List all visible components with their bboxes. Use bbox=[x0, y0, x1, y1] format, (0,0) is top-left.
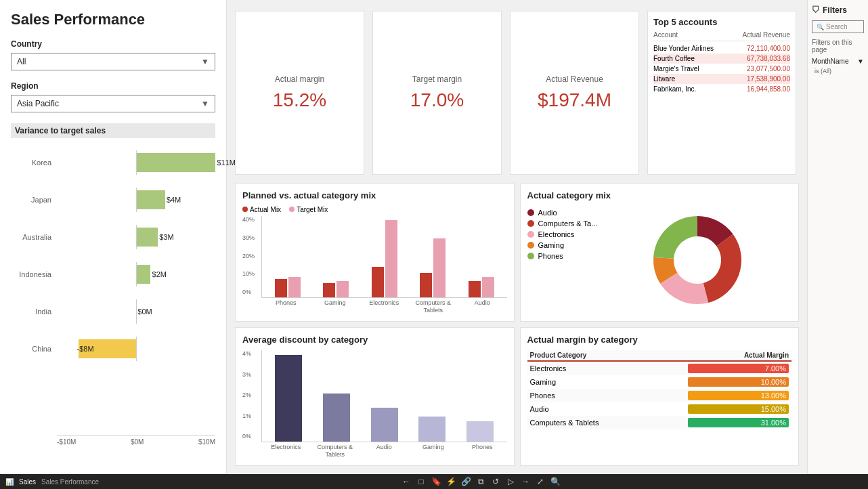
bar-row: China-$8M bbox=[11, 330, 215, 367]
planned-actual-chart-area: 40% 30% 20% 10% 0% PhonesGamingElectroni… bbox=[242, 216, 507, 314]
region-label: Region bbox=[11, 81, 215, 91]
filters-search[interactable]: 🔍 Search bbox=[812, 20, 864, 33]
margin-value-badge: 10.00% bbox=[688, 377, 789, 387]
x-label: Electronics bbox=[360, 299, 409, 314]
filters-title: ⛉ Filters bbox=[812, 5, 864, 15]
legend-color-dot bbox=[527, 242, 534, 249]
top5-account: Fourth Coffee bbox=[653, 55, 695, 62]
legend-item: Phones bbox=[527, 252, 598, 260]
forward-icon[interactable]: → bbox=[520, 476, 531, 487]
bookmark-icon[interactable]: 🔖 bbox=[431, 476, 441, 487]
avg-discount-bars bbox=[261, 350, 507, 442]
bar-value: -$8M bbox=[77, 345, 94, 353]
fullscreen-icon[interactable]: ⤢ bbox=[535, 476, 546, 487]
filter-item-monthname[interactable]: MonthName ▼ bbox=[812, 56, 864, 66]
chevron-down-icon: ▼ bbox=[201, 99, 209, 108]
avg-bar-group bbox=[363, 350, 406, 442]
country-section: Country All ▼ bbox=[11, 39, 215, 70]
margin-row: Computers & Tablets31.00% bbox=[527, 416, 792, 429]
actual-category-mix-panel: Actual category mix AudioComputers & Ta.… bbox=[520, 183, 800, 322]
legend-label: Computers & Ta... bbox=[538, 219, 598, 228]
top5-revenue: 23,077,500.00 bbox=[747, 65, 790, 72]
actual-category-mix-title: Actual category mix bbox=[527, 190, 792, 200]
margin-category: Phones bbox=[527, 389, 685, 402]
bar-row: Indonesia$2M bbox=[11, 255, 215, 293]
region-value: Asia Pacific bbox=[17, 99, 59, 108]
planned-actual-legend: Actual Mix Target Mix bbox=[242, 206, 507, 213]
link-icon[interactable]: 🔗 bbox=[460, 476, 471, 487]
actual-bar bbox=[275, 279, 287, 297]
margin-col2: Actual Margin bbox=[685, 350, 791, 361]
top5-row: Margie's Travel23,077,500.00 bbox=[653, 64, 790, 74]
avg-x-label: Audio bbox=[360, 444, 409, 459]
variance-chart: Korea$11MJapan$4MAustralia$3MIndonesia$2… bbox=[11, 144, 215, 435]
region-select[interactable]: Asia Pacific ▼ bbox=[11, 95, 215, 112]
margin-value-badge: 15.00% bbox=[688, 404, 789, 414]
margin-value-badge: 31.00% bbox=[688, 418, 789, 427]
top5-row: Fabrikam, Inc.16,944,858.00 bbox=[653, 84, 790, 94]
actual-bar bbox=[469, 281, 481, 297]
planned-actual-group bbox=[313, 216, 360, 297]
top5-accounts-panel: Top 5 accounts Account Actual Revenue Bl… bbox=[647, 11, 796, 175]
bar-label: India bbox=[11, 307, 51, 316]
bar-value: $4M bbox=[167, 196, 181, 204]
search-bottom-icon[interactable]: 🔍 bbox=[550, 476, 561, 487]
play-icon[interactable]: ▷ bbox=[505, 476, 516, 487]
margin-value: 31.00% bbox=[685, 416, 791, 429]
variance-bar bbox=[136, 228, 158, 247]
top5-revenue: 16,944,858.00 bbox=[747, 85, 790, 93]
bar-row: Japan$4M bbox=[11, 181, 215, 218]
margin-category: Electronics bbox=[527, 361, 685, 375]
filters-sidebar: ⛉ Filters 🔍 Search Filters on this page … bbox=[807, 0, 868, 474]
target-bar bbox=[482, 277, 494, 297]
bar-chart-wrapper: PhonesGamingElectronicsComputers & Table… bbox=[261, 216, 507, 314]
variance-bar bbox=[136, 265, 150, 284]
kpi-actual-revenue-value: $197.4M bbox=[538, 89, 611, 111]
legend-item-target: Target Mix bbox=[289, 206, 328, 213]
top5-title: Top 5 accounts bbox=[653, 17, 790, 27]
bar-value: $0M bbox=[137, 307, 152, 316]
actual-bar bbox=[420, 273, 432, 297]
top5-account: Margie's Travel bbox=[653, 65, 699, 72]
top5-account: Litware bbox=[653, 75, 675, 83]
bar-label: China bbox=[11, 345, 51, 353]
legend-label: Gaming bbox=[538, 241, 565, 249]
top5-rows: Blue Yonder Airlines72,110,400.00Fourth … bbox=[653, 43, 790, 94]
kpi-actual-margin-value: 15.2% bbox=[273, 89, 326, 111]
planned-actual-group bbox=[410, 216, 456, 297]
variance-title: Variance to target sales bbox=[11, 123, 215, 138]
region-section: Region Asia Pacific ▼ bbox=[11, 81, 215, 112]
country-select[interactable]: All ▼ bbox=[11, 53, 215, 70]
x-label: Phones bbox=[261, 299, 311, 314]
bar-row: Australia$3M bbox=[11, 218, 215, 255]
avg-bar-group bbox=[411, 350, 454, 442]
tab-label: Sales bbox=[19, 478, 36, 486]
country-value: All bbox=[17, 57, 26, 66]
country-label: Country bbox=[11, 39, 215, 49]
kpi-target-margin-title: Target margin bbox=[412, 75, 462, 84]
bar-value: $3M bbox=[159, 233, 173, 241]
copy-icon[interactable]: ⧉ bbox=[475, 476, 486, 487]
kpi-target-margin: Target margin 17.0% bbox=[372, 11, 502, 175]
refresh-icon[interactable]: ↺ bbox=[490, 476, 501, 487]
bar-label: Indonesia bbox=[11, 270, 51, 278]
bar-area: $2M bbox=[57, 262, 215, 286]
margin-category: Gaming bbox=[527, 375, 685, 389]
bar-value: $2M bbox=[152, 270, 167, 278]
legend-color-dot bbox=[527, 253, 534, 259]
power-icon[interactable]: ⚡ bbox=[446, 476, 456, 487]
top5-col1: Account bbox=[653, 31, 678, 39]
avg-bar bbox=[275, 355, 302, 442]
stop-icon[interactable]: □ bbox=[416, 476, 427, 487]
planned-actual-bars bbox=[261, 216, 507, 298]
y-axis-labels: 40% 30% 20% 10% 0% bbox=[242, 216, 261, 314]
planned-actual-title: Planned vs. actual category mix bbox=[242, 190, 507, 200]
margin-table: Product Category Actual Margin Electroni… bbox=[527, 350, 792, 429]
top5-revenue: 72,110,400.00 bbox=[747, 45, 790, 52]
actual-bar bbox=[323, 283, 335, 297]
back-icon[interactable]: ← bbox=[401, 476, 412, 487]
avg-x-label: Computers & Tablets bbox=[311, 444, 360, 459]
legend-item: Gaming bbox=[527, 241, 598, 249]
actual-bar bbox=[372, 267, 384, 297]
avg-bar bbox=[323, 394, 350, 442]
